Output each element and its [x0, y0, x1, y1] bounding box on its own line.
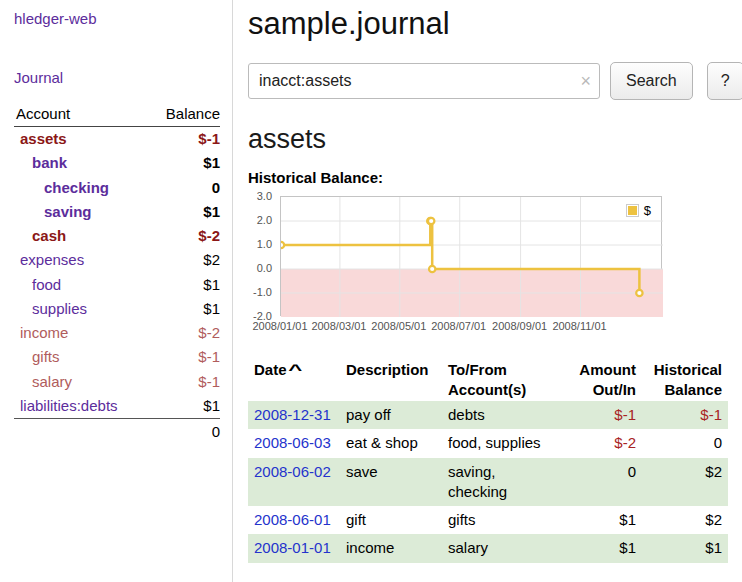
- historical-balance-chart: 3.02.01.00.0-1.0-2.0 $ 2008/01/012008/03…: [248, 196, 742, 342]
- hledger-web-app: hledger-web Journal Account Balance asse…: [0, 0, 742, 582]
- search-input[interactable]: [248, 63, 600, 99]
- app-title-link[interactable]: hledger-web: [14, 10, 97, 27]
- transaction-balance: $-1: [642, 401, 728, 429]
- account-link-assets[interactable]: assets: [20, 130, 67, 147]
- account-row: expenses $2: [14, 248, 220, 272]
- account-row: income $-2: [14, 321, 220, 345]
- transaction-accounts: saving, checking: [442, 458, 562, 507]
- transaction-date-link[interactable]: 2008-06-02: [254, 463, 331, 480]
- register-row: 2008-12-31 pay off debts $-1 $-1: [248, 401, 728, 429]
- register-row: 2008-06-03 eat & shop food, supplies $-2…: [248, 429, 728, 457]
- transaction-accounts: salary: [442, 534, 562, 562]
- account-balance: $1: [149, 273, 220, 297]
- account-row: checking 0: [14, 176, 220, 200]
- accounts-col-balance: Balance: [149, 102, 220, 127]
- y-tick-label: 1.0: [257, 238, 272, 250]
- account-heading: assets: [248, 124, 742, 155]
- x-tick-label: 2008/07/01: [431, 320, 486, 332]
- transaction-description: pay off: [340, 401, 442, 429]
- search-form: × Search ?: [248, 62, 742, 100]
- account-balance: $-1: [149, 127, 220, 152]
- account-link-gifts[interactable]: gifts: [32, 348, 60, 365]
- transaction-date-link[interactable]: 2008-12-31: [254, 406, 331, 423]
- sidebar-item-journal[interactable]: Journal: [14, 69, 63, 86]
- transaction-description: income: [340, 534, 442, 562]
- transaction-amount: $1: [562, 506, 642, 534]
- account-balance: $1: [149, 151, 220, 175]
- account-row: assets $-1: [14, 127, 220, 152]
- account-balance: $1: [149, 394, 220, 419]
- chart-plot-area: $: [280, 196, 662, 316]
- transaction-description: eat & shop: [340, 429, 442, 457]
- x-tick-label: 2008/05/01: [371, 320, 426, 332]
- account-link-cash[interactable]: cash: [32, 227, 66, 244]
- transaction-accounts: food, supplies: [442, 429, 562, 457]
- register-table: Date^ Description To/From Account(s) Amo…: [248, 358, 728, 563]
- account-link-food[interactable]: food: [32, 276, 61, 293]
- chart-title: Historical Balance:: [248, 169, 742, 186]
- x-tick-label: 2008/01/01: [252, 320, 307, 332]
- accounts-total: 0: [149, 419, 220, 445]
- accounts-col-account: Account: [14, 102, 149, 127]
- page-title: sample.journal: [248, 6, 742, 42]
- account-link-checking[interactable]: checking: [44, 179, 109, 196]
- account-row: liabilities:debts $1: [14, 394, 220, 419]
- transaction-balance: 0: [642, 429, 728, 457]
- transaction-amount: $-1: [562, 401, 642, 429]
- y-tick-label: 0.0: [257, 262, 272, 274]
- account-link-supplies[interactable]: supplies: [32, 300, 87, 317]
- register-col-accounts: To/From Account(s): [442, 358, 562, 401]
- account-row: cash $-2: [14, 224, 220, 248]
- account-row: bank $1: [14, 151, 220, 175]
- account-row: gifts $-1: [14, 345, 220, 369]
- transaction-amount: 0: [562, 458, 642, 507]
- transaction-amount: $-2: [562, 429, 642, 457]
- register-row: 2008-06-01 gift gifts $1 $2: [248, 506, 728, 534]
- account-balance: $-2: [149, 321, 220, 345]
- y-tick-label: 3.0: [257, 190, 272, 202]
- transaction-date-link[interactable]: 2008-06-01: [254, 511, 331, 528]
- search-button[interactable]: Search: [610, 62, 693, 100]
- account-link-liabilities-debts[interactable]: liabilities:debts: [20, 397, 118, 414]
- account-row: supplies $1: [14, 297, 220, 321]
- register-row: 2008-06-02 save saving, checking 0 $2: [248, 458, 728, 507]
- transaction-balance: $1: [642, 534, 728, 562]
- transaction-balance: $2: [642, 506, 728, 534]
- transaction-amount: $1: [562, 534, 642, 562]
- balance-step-line: [281, 197, 663, 317]
- accounts-total-row: 0: [14, 419, 220, 445]
- account-balance: $-1: [149, 370, 220, 394]
- account-link-income[interactable]: income: [20, 324, 68, 341]
- register-col-date[interactable]: Date^: [248, 358, 340, 401]
- accounts-table: Account Balance assets $-1 bank $1 check…: [14, 102, 220, 444]
- register-col-amount: Amount Out/In: [562, 358, 642, 401]
- account-balance: 0: [149, 176, 220, 200]
- x-tick-label: 2008/11/01: [552, 320, 606, 332]
- register-row: 2008-01-01 income salary $1 $1: [248, 534, 728, 562]
- account-balance: $1: [149, 200, 220, 224]
- transaction-date-link[interactable]: 2008-06-03: [254, 434, 331, 451]
- y-tick-label: -1.0: [253, 286, 272, 298]
- account-link-expenses[interactable]: expenses: [20, 251, 84, 268]
- account-link-salary[interactable]: salary: [32, 373, 72, 390]
- account-link-bank[interactable]: bank: [32, 154, 67, 171]
- transaction-description: save: [340, 458, 442, 507]
- transaction-date-link[interactable]: 2008-01-01: [254, 539, 331, 556]
- y-tick-label: 2.0: [257, 214, 272, 226]
- transaction-accounts: gifts: [442, 506, 562, 534]
- chart-y-axis: 3.02.01.00.0-1.0-2.0: [248, 196, 276, 316]
- account-row: saving $1: [14, 200, 220, 224]
- account-balance: $-1: [149, 345, 220, 369]
- clear-search-icon[interactable]: ×: [580, 72, 591, 90]
- sidebar: hledger-web Journal Account Balance asse…: [0, 0, 233, 582]
- account-row: salary $-1: [14, 370, 220, 394]
- account-link-saving[interactable]: saving: [44, 203, 92, 220]
- legend-swatch-icon: [626, 204, 639, 217]
- help-button[interactable]: ?: [707, 62, 742, 100]
- transaction-description: gift: [340, 506, 442, 534]
- x-tick-label: 2008/09/01: [492, 320, 547, 332]
- chart-x-axis: 2008/01/012008/03/012008/05/012008/07/01…: [280, 320, 662, 336]
- register-col-description: Description: [340, 358, 442, 401]
- register-col-balance: Historical Balance: [642, 358, 728, 401]
- account-balance: $2: [149, 248, 220, 272]
